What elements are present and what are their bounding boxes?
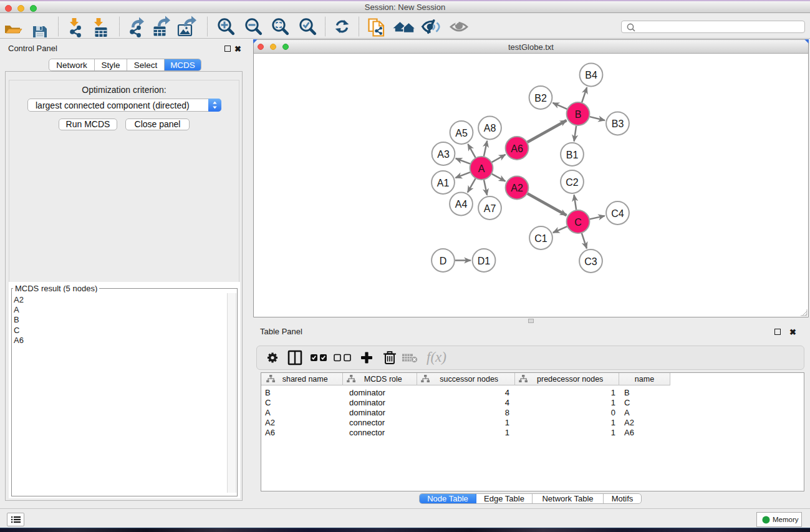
svg-text:C3: C3 bbox=[584, 256, 597, 267]
svg-text:A1: A1 bbox=[437, 178, 450, 188]
svg-text:A8: A8 bbox=[484, 123, 496, 133]
svg-text:D: D bbox=[440, 256, 447, 266]
svg-text:C2: C2 bbox=[566, 177, 579, 188]
svg-text:A4: A4 bbox=[455, 199, 468, 210]
svg-text:A: A bbox=[478, 163, 485, 174]
svg-text:A3: A3 bbox=[437, 149, 450, 160]
svg-text:D1: D1 bbox=[478, 256, 491, 266]
svg-text:A6: A6 bbox=[511, 143, 523, 154]
svg-text:f(x): f(x) bbox=[427, 349, 446, 365]
svg-text:A2: A2 bbox=[511, 183, 523, 193]
svg-text:B: B bbox=[575, 109, 582, 120]
svg-text:B4: B4 bbox=[585, 70, 597, 80]
svg-text:A7: A7 bbox=[484, 203, 496, 214]
svg-text:B3: B3 bbox=[612, 118, 624, 129]
svg-text:A5: A5 bbox=[455, 128, 468, 138]
svg-text:C: C bbox=[574, 217, 582, 228]
svg-text:B2: B2 bbox=[534, 93, 547, 104]
svg-text:C4: C4 bbox=[611, 208, 624, 219]
svg-text:C1: C1 bbox=[534, 233, 547, 244]
svg-text:B1: B1 bbox=[566, 150, 579, 160]
